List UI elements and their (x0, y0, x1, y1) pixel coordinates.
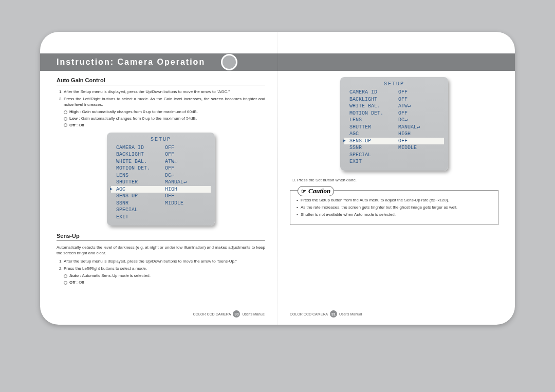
sensup-step: Press the Left/Right buttons to select a… (64, 266, 265, 272)
page-left: Auto Gain Control After the Setup menu i… (40, 32, 278, 325)
osd-menu-row: SHUTTERMANUAL↵ (115, 179, 207, 186)
osd-menu-title: SETUP (115, 137, 207, 142)
osd-menu-row: LENSDC↵ (115, 172, 207, 179)
footer-right: COLOR CCD CAMERA 31 User's Manual (290, 310, 362, 318)
agc-step: Press the Left/Right buttons to select a… (64, 97, 265, 108)
osd-menu-row: SPECIAL (115, 207, 207, 214)
osd-menu-row: BACKLIGHTOFF (115, 151, 207, 158)
osd-menu-row: MOTION DET.OFF (115, 165, 207, 172)
osd-menu-row: SSNRMIDDLE (115, 200, 207, 207)
page-spread: Instruction: Camera Operation Auto Gain … (40, 32, 515, 325)
sensup-intro: Automatically detects the level of darkn… (57, 245, 265, 256)
page-number: 31 (330, 310, 337, 318)
osd-menu-row: SSNRMIDDLE (348, 144, 440, 152)
osd-menu-row: EXIT (348, 158, 440, 165)
footer-left: COLOR CCD CAMERA 30 User's Manual (193, 310, 265, 318)
page-number: 30 (233, 310, 240, 318)
caution-item: Press the Setup button from the Auto men… (297, 198, 492, 203)
osd-menu-row: SPECIAL (348, 152, 440, 159)
osd-menu-row: SHUTTERMANUAL↵ (348, 124, 440, 131)
osd-menu-row: SENS-UPOFF (115, 193, 207, 200)
osd-menu-row: CAMERA IDOFF (115, 144, 207, 152)
osd-menu-row: AGCHIGH (111, 186, 211, 193)
osd-menu-row: LENSDC↵ (348, 117, 440, 124)
osd-menu-row: WHITE BAL.ATW↵ (115, 158, 207, 165)
caution-label: ☞ Caution (298, 186, 334, 196)
osd-menu-row: WHITE BAL.ATW↵ (348, 103, 440, 110)
sensup-steps: After the Setup menu is displayed, press… (57, 259, 265, 272)
osd-menu-row: AGCHIGH (348, 130, 440, 138)
section-heading-agc: Auto Gain Control (57, 77, 265, 85)
caution-item: As the rate increases, the screen gets b… (297, 205, 492, 211)
agc-step: After the Setup menu is displayed, press… (64, 89, 265, 95)
caution-item: Shutter is not available when Auto mode … (297, 212, 492, 218)
osd-menu-row: MOTION DET.OFF (348, 110, 440, 117)
osd-menu-row: BACKLIGHTOFF (348, 96, 440, 103)
page-right: SETUP CAMERA IDOFFBACKLIGHTOFFWHITE BAL.… (278, 32, 515, 325)
section-heading-sensup: Sens-Up (57, 233, 265, 241)
osd-menu-row: SENS-UPOFF (344, 138, 444, 145)
sensup-step3-list: Press the Set button when done. (290, 178, 498, 183)
osd-menu-row: EXIT (115, 214, 207, 221)
osd-menu-agc: SETUP CAMERA IDOFFBACKLIGHTOFFWHITE BAL.… (107, 133, 215, 226)
sensup-options: Auto : Automatic Sens-Up mode is selecte… (57, 273, 265, 286)
osd-menu-sensup: SETUP CAMERA IDOFFBACKLIGHTOFFWHITE BAL.… (340, 77, 448, 171)
caution-list: Press the Setup button from the Auto men… (297, 198, 492, 217)
caution-box: ☞ Caution Press the Setup button from th… (290, 190, 498, 225)
sensup-step3: Press the Set button when done. (297, 178, 498, 183)
osd-menu-title: SETUP (348, 81, 440, 87)
sensup-step: After the Setup menu is displayed, press… (64, 259, 265, 265)
agc-options: High : Gain automatically changes from 0… (57, 109, 265, 128)
hand-icon: ☞ (301, 188, 306, 195)
agc-steps: After the Setup menu is displayed, press… (57, 89, 265, 107)
osd-menu-row: CAMERA IDOFF (348, 89, 440, 96)
